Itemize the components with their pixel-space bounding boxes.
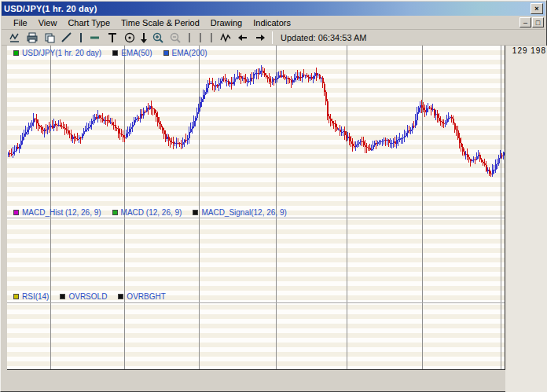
minimize-button[interactable]: – (519, 17, 531, 27)
legend-swatch-icon (60, 294, 65, 299)
maximize-icon: □ (536, 19, 540, 27)
menu-item-view[interactable]: View (33, 16, 63, 29)
legend-label: OVRSOLD (68, 292, 107, 301)
legend-item: MACD_Signal(12, 26, 9) (193, 208, 286, 217)
wave-icon[interactable] (217, 31, 234, 45)
trendline-icon[interactable] (58, 31, 75, 45)
rsi-legend: RSI(14)OVRSOLDOVRBGHT (13, 292, 166, 301)
legend-label: EMA(200) (172, 49, 207, 57)
zoom-out-icon[interactable] (167, 31, 184, 45)
window-title: USD/JPY(1 hr. 20 day) (4, 4, 97, 13)
chart-line-icon[interactable] (6, 31, 24, 45)
point-marker-icon[interactable] (121, 31, 138, 45)
menu-item-chart-type[interactable]: Chart Type (62, 16, 116, 29)
horizontal-line-icon[interactable] (86, 31, 104, 45)
legend-label: USD/JPY(1 hr. 20 day) (22, 49, 101, 57)
macd-legend: MACD_Hist (12, 26, 9)MACD (12, 26, 9)MAC… (13, 208, 287, 217)
menu-item-indicators[interactable]: Indicators (248, 16, 296, 29)
price-axis-column: 129 198 (505, 46, 547, 392)
menu-item-time-scale-period[interactable]: Time Scale & Period (116, 16, 205, 29)
time-axis (1, 370, 547, 392)
toolbar: Updated: 06:34:53 AM (2, 30, 545, 46)
legend-swatch-icon (13, 294, 19, 299)
legend-item: MACD (12, 26, 9) (112, 208, 182, 217)
vertical-line-icon[interactable] (75, 31, 86, 45)
legend-swatch-icon (13, 50, 19, 56)
bar-button-icon[interactable] (184, 31, 195, 45)
price-plot[interactable] (7, 58, 505, 203)
legend-label: OVRBGHT (127, 292, 165, 301)
updated-label: Updated: 06:34:53 AM (281, 33, 366, 42)
text-tool-icon[interactable] (104, 31, 121, 45)
arrow-down-icon[interactable] (138, 31, 149, 45)
app-window: USD/JPY(1 hr. 20 day) × FileViewChart Ty… (0, 0, 547, 392)
legend-item: OVRSOLD (60, 292, 107, 301)
arrow-right-icon[interactable] (251, 31, 269, 45)
title-bar: USD/JPY(1 hr. 20 day) × (2, 2, 545, 16)
price-legend: USD/JPY(1 hr. 20 day)EMA(50)EMA(200) (13, 49, 207, 57)
close-icon: × (534, 5, 538, 13)
bar-button-icon[interactable] (195, 31, 206, 45)
legend-item: EMA(50) (112, 49, 152, 57)
macd-plot[interactable] (7, 218, 505, 293)
legend-label: MACD (12, 26, 9) (121, 208, 182, 217)
minimize-icon: – (523, 19, 527, 27)
legend-item: RSI(14) (13, 292, 49, 301)
legend-item: MACD_Hist (12, 26, 9) (13, 208, 101, 217)
bar-button-icon[interactable] (206, 31, 217, 45)
price-counter: 129 198 (512, 46, 546, 55)
legend-swatch-icon (118, 294, 123, 299)
legend-swatch-icon (112, 210, 118, 215)
arrow-left-icon[interactable] (234, 31, 251, 45)
legend-item: EMA(200) (163, 49, 207, 57)
legend-item: OVRBGHT (118, 292, 165, 301)
legend-swatch-icon (163, 50, 169, 56)
menu-item-drawing[interactable]: Drawing (205, 16, 248, 29)
legend-label: MACD_Signal(12, 26, 9) (201, 208, 286, 217)
copy-icon[interactable] (41, 31, 58, 45)
legend-swatch-icon (193, 210, 198, 215)
chart-area[interactable]: USD/JPY(1 hr. 20 day)EMA(50)EMA(200) MAC… (7, 46, 505, 370)
close-button[interactable]: × (530, 3, 543, 14)
legend-item: USD/JPY(1 hr. 20 day) (13, 49, 101, 57)
zoom-in-icon[interactable] (149, 31, 167, 45)
legend-label: MACD_Hist (12, 26, 9) (22, 208, 101, 217)
legend-label: EMA(50) (121, 49, 152, 57)
maximize-button[interactable]: □ (532, 17, 544, 27)
legend-label: RSI(14) (22, 292, 49, 301)
legend-swatch-icon (13, 210, 19, 215)
legend-swatch-icon (112, 50, 118, 56)
rsi-plot[interactable] (7, 302, 505, 370)
menu-bar: FileViewChart TypeTime Scale & PeriodDra… (2, 16, 545, 30)
print-icon[interactable] (24, 31, 41, 45)
menu-item-file[interactable]: File (8, 16, 33, 29)
